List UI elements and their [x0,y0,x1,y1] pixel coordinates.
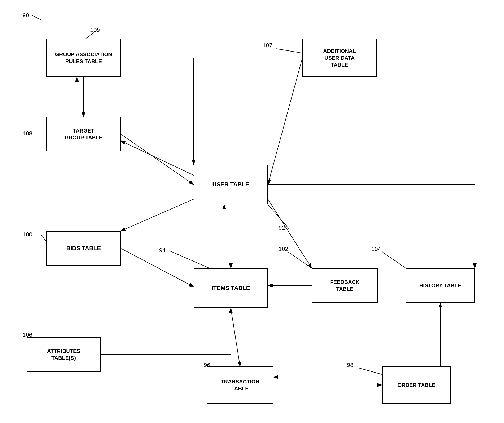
label-102: 102 [279,246,288,253]
label-100: 100 [23,231,32,238]
label-96: 96 [204,362,210,369]
label-94: 94 [159,247,166,254]
group-association-label: GROUP ASSOCIATION RULES TABLE [47,51,120,65]
svg-line-23 [231,308,240,366]
transaction-table-label: TRANSACTIONTABLE [221,378,259,392]
label-106: 106 [23,331,32,338]
svg-line-31 [382,252,406,268]
history-table-label: HISTORY TABLE [419,282,461,289]
svg-line-12 [121,141,194,175]
group-association-box: GROUP ASSOCIATION RULES TABLE [46,39,121,77]
svg-line-4 [276,49,302,53]
additional-user-box: ADDITIONALUSER DATATABLE [302,39,377,77]
svg-line-2 [31,15,41,20]
transaction-table-box: TRANSACTIONTABLE [207,366,273,404]
history-table-box: HISTORY TABLE [406,268,475,303]
user-table-label: USER TABLE [212,181,249,189]
label-92: 92 [279,224,285,231]
svg-line-14 [121,248,194,287]
items-table-box: ITEMS TABLE [194,268,268,308]
order-table-label: ORDER TABLE [398,382,436,388]
user-table-box: USER TABLE [194,165,268,204]
bids-table-box: BIDS TABLE [46,231,121,266]
attributes-table-box: ATTRIBUTESTABLE(S) [27,337,101,372]
label-104: 104 [371,246,381,253]
attributes-table-label: ATTRIBUTESTABLE(S) [47,348,80,361]
svg-line-27 [41,235,46,242]
feedback-table-label: FEEDBACKTABLE [330,279,359,292]
svg-line-13 [121,199,194,231]
bids-table-label: BIDS TABLE [66,245,101,252]
svg-line-28 [170,251,210,268]
svg-line-30 [288,252,312,268]
label-107: 107 [263,42,272,49]
items-table-label: ITEMS TABLE [211,284,250,292]
label-108: 108 [23,130,32,137]
target-group-label: TARGETGROUP TABLE [64,127,103,141]
feedback-table-box: FEEDBACKTABLE [312,268,378,303]
label-98: 98 [347,362,353,369]
svg-line-10 [268,58,302,185]
target-group-box: TARGETGROUP TABLE [46,117,121,151]
label-90: 90 [23,12,29,19]
order-table-box: ORDER TABLE [382,366,451,404]
additional-user-label: ADDITIONALUSER DATATABLE [323,48,356,68]
svg-line-17 [268,199,312,268]
label-109: 109 [90,27,100,33]
svg-line-11 [121,134,194,185]
svg-line-34 [358,368,382,374]
